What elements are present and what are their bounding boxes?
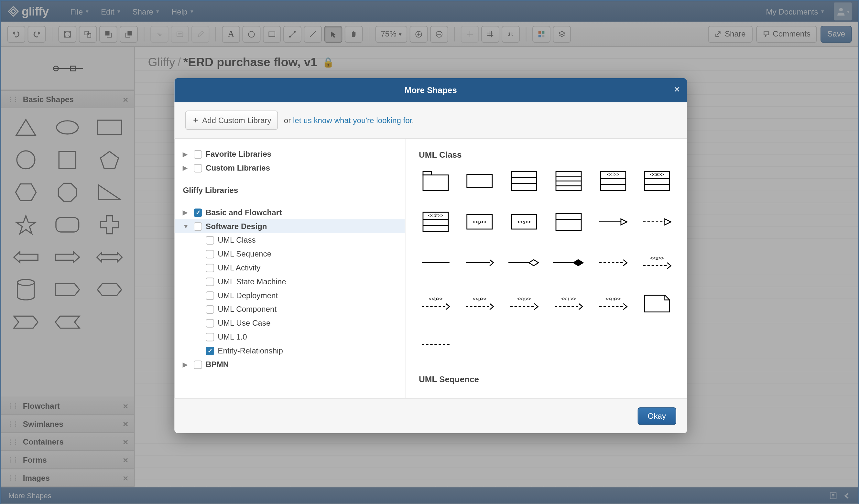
library-tree: ▶Favorite Libraries ▶Custom Libraries Gl… [174, 139, 405, 399]
uml-dashed-line-icon[interactable] [419, 332, 452, 356]
preview-title-uml-class: UML Class [419, 149, 674, 159]
tree-uml-activity[interactable]: UML Activity [174, 261, 405, 274]
tree-uml-class[interactable]: UML Class [174, 233, 405, 247]
svg-rect-29 [423, 171, 431, 175]
preview-panel: UML Class <<i>> <<e>> <<dt>> <<p>> <<s>> [406, 139, 687, 399]
uml-class-2-icon[interactable] [552, 210, 585, 234]
uml-enumeration-icon[interactable]: <<e>> [641, 169, 674, 193]
modal-title: More Shapes [405, 85, 457, 95]
svg-text:<<b>>: <<b>> [428, 296, 442, 301]
tree-custom-libraries[interactable]: ▶Custom Libraries [174, 161, 405, 175]
uml-arrow-generalization-icon[interactable] [596, 210, 629, 234]
uml-arrow-association-icon[interactable] [463, 251, 496, 274]
uml-class-4-icon[interactable] [552, 169, 585, 193]
svg-rect-30 [423, 175, 448, 190]
okay-button[interactable]: Okay [637, 407, 676, 425]
uml-class-3-icon[interactable] [507, 169, 541, 193]
feedback-link[interactable]: let us know what you're looking for [293, 116, 412, 125]
add-custom-library-button[interactable]: ＋Add Custom Library [185, 110, 278, 130]
uml-arrow-instantiate-icon[interactable]: << i >> [552, 292, 585, 315]
svg-text:<< i >>: << i >> [561, 296, 576, 301]
uml-line-icon[interactable] [419, 251, 452, 274]
uml-arrow-use-icon[interactable]: <<u>> [641, 251, 674, 274]
svg-rect-31 [467, 174, 492, 187]
uml-note-icon[interactable] [641, 292, 674, 315]
uml-arrow-bind-icon[interactable]: <<b>> [419, 292, 452, 315]
modal-subheader: ＋Add Custom Library or let us know what … [174, 102, 687, 139]
uml-arrow-composition-icon[interactable] [552, 251, 585, 274]
modal-header: More Shapes × [174, 78, 687, 102]
more-shapes-modal: More Shapes × ＋Add Custom Library or let… [174, 78, 687, 433]
tree-uml-component[interactable]: UML Component [174, 302, 405, 316]
svg-text:<<s>>: <<s>> [517, 219, 531, 224]
uml-datatype-icon[interactable]: <<dt>> [419, 210, 452, 234]
svg-text:<<u>>: <<u>> [650, 255, 664, 261]
svg-rect-55 [556, 213, 581, 230]
svg-rect-32 [511, 171, 537, 191]
uml-package-icon[interactable] [419, 169, 452, 193]
uml-arrow-merge-icon[interactable]: <<m>> [596, 292, 629, 315]
svg-text:<<p>>: <<p>> [472, 219, 486, 224]
uml-arrow-dashed-icon[interactable] [596, 251, 629, 274]
tree-uml-state-machine[interactable]: UML State Machine [174, 274, 405, 288]
tree-uml-sequence[interactable]: UML Sequence [174, 247, 405, 261]
tree-entity-relationship[interactable]: Entity-Relationship [174, 344, 405, 358]
uml-arrow-aggregation-icon[interactable] [507, 251, 541, 274]
uml-arrow-permit-icon[interactable]: <<p>> [463, 292, 496, 315]
tree-favorite-libraries[interactable]: ▶Favorite Libraries [174, 147, 405, 161]
uml-arrow-dashed-open-icon[interactable] [641, 210, 674, 234]
svg-text:<<m>>: <<m>> [605, 296, 620, 301]
modal-footer: Okay [174, 398, 687, 433]
svg-text:<<dt>>: <<dt>> [428, 212, 443, 218]
svg-text:<<e>>: <<e>> [650, 172, 664, 177]
modal-close-button[interactable]: × [674, 84, 679, 95]
uml-interface-icon[interactable]: <<i>> [596, 169, 629, 193]
tree-uml-deployment[interactable]: UML Deployment [174, 288, 405, 302]
uml-arrow-abstract-icon[interactable]: <<a>> [507, 292, 541, 315]
tree-gliffy-libraries-label: Gliffy Libraries [174, 182, 405, 199]
uml-signal-icon[interactable]: <<s>> [507, 210, 541, 234]
svg-text:<<p>>: <<p>> [472, 296, 486, 301]
svg-text:<<i>>: <<i>> [607, 172, 619, 177]
preview-title-uml-sequence: UML Sequence [419, 375, 674, 384]
uml-primitive-icon[interactable]: <<p>> [463, 210, 496, 234]
svg-text:<<a>>: <<a>> [517, 296, 531, 301]
tree-software-design[interactable]: ▼Software Design [174, 219, 405, 233]
tree-basic-flowchart[interactable]: ▶Basic and Flowchart [174, 205, 405, 219]
tree-bpmn[interactable]: ▶BPMN [174, 358, 405, 372]
tree-uml-use-case[interactable]: UML Use Case [174, 316, 405, 330]
uml-object-icon[interactable] [463, 169, 496, 193]
tree-uml-10[interactable]: UML 1.0 [174, 330, 405, 344]
